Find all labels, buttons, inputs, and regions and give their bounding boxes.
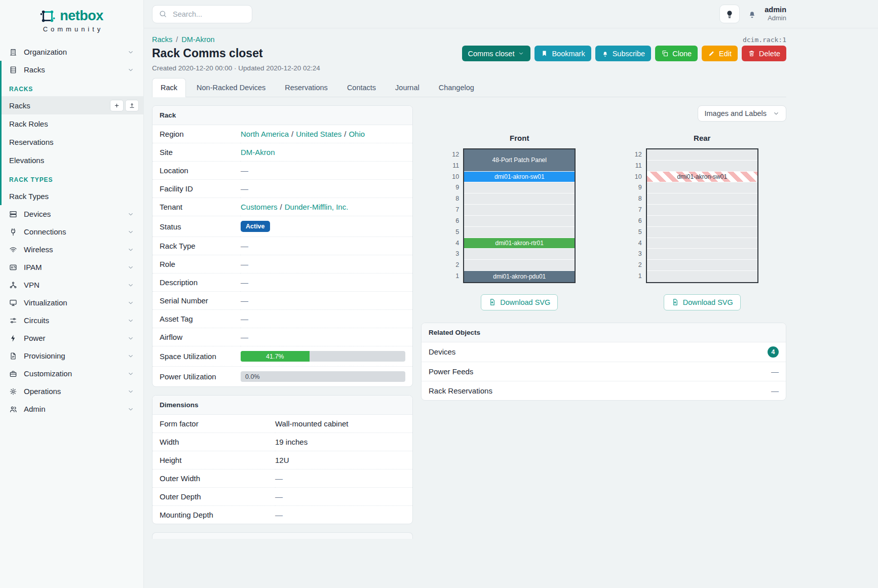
- theme-toggle-button[interactable]: [719, 5, 740, 23]
- unit-number: 10: [449, 172, 459, 183]
- search-input[interactable]: [172, 10, 246, 19]
- sliders-icon: [9, 317, 17, 325]
- table-row-asset-tag: Asset Tag—: [152, 310, 412, 328]
- rack-unit-empty[interactable]: [647, 193, 757, 205]
- empty-value: —: [771, 386, 779, 395]
- value-link-dm-akron[interactable]: DM-Akron: [241, 148, 275, 156]
- delete-button[interactable]: Delete: [742, 46, 786, 61]
- sidebar-item-organization[interactable]: Organization: [0, 43, 143, 61]
- sidebar-item-provisioning[interactable]: Provisioning: [0, 347, 143, 365]
- content: Racks / DM-Akron dcim.rack:1 Rack Comms …: [144, 28, 794, 539]
- rack-unit-empty[interactable]: [464, 205, 575, 216]
- rack-unit-empty[interactable]: [647, 182, 757, 193]
- row-label: Outer Width: [152, 469, 275, 488]
- rack-unit-empty[interactable]: [647, 249, 757, 260]
- sidebar-item-rack-types[interactable]: Rack Types: [2, 187, 143, 205]
- value-link-ohio[interactable]: Ohio: [349, 130, 365, 138]
- sidebar-item-reservations[interactable]: Reservations: [2, 133, 143, 151]
- value-link-united-states[interactable]: United States: [296, 130, 341, 138]
- sidebar-item-customization[interactable]: Customization: [0, 365, 143, 382]
- subscribe-button[interactable]: Subscribe: [595, 46, 651, 61]
- breadcrumb-site-link[interactable]: DM-Akron: [181, 35, 214, 44]
- rack-unit-empty[interactable]: [464, 182, 575, 193]
- download-icon: [488, 298, 496, 306]
- rack-unit-empty[interactable]: [647, 149, 757, 161]
- chevron-down-icon: [127, 370, 134, 377]
- row-label: Location: [152, 162, 241, 180]
- rack-unit-empty[interactable]: [464, 249, 575, 260]
- related-row-power-feeds[interactable]: Power Feeds—: [422, 362, 786, 381]
- bolt-icon: [9, 334, 17, 342]
- clone-button[interactable]: Clone: [655, 46, 698, 61]
- document-icon: [9, 352, 17, 360]
- sidebar-item-connections[interactable]: Connections: [0, 223, 143, 241]
- object-dropdown-button[interactable]: Comms closet: [462, 46, 531, 61]
- sidebar-item-rack-roles[interactable]: Rack Roles: [2, 114, 143, 133]
- rack-panel: Rack RegionNorth America/United States/O…: [152, 105, 413, 387]
- elevation-display-select[interactable]: Images and Labels: [698, 105, 786, 122]
- tab-journal[interactable]: Journal: [387, 78, 428, 97]
- sidebar-item-label: Wireless: [24, 245, 53, 254]
- user-role: Admin: [765, 14, 786, 22]
- tab-changelog[interactable]: Changelog: [430, 78, 483, 97]
- rack-unit-dmi01-akron-sw01[interactable]: dmi01-akron-sw01: [464, 172, 575, 183]
- sidebar-item-power[interactable]: Power: [0, 329, 143, 347]
- table-row-location: Location—: [152, 162, 412, 180]
- breadcrumb-racks-link[interactable]: Racks: [152, 35, 172, 44]
- rack-unit-empty[interactable]: [464, 216, 575, 227]
- edit-button[interactable]: Edit: [702, 46, 738, 61]
- object-id: dcim.rack:1: [743, 36, 786, 44]
- sidebar-item-racks[interactable]: Racks: [2, 96, 143, 114]
- sidebar-item-admin[interactable]: Admin: [0, 400, 143, 418]
- download-svg-button-rear[interactable]: Download SVG: [664, 294, 741, 310]
- row-label: Power Utilization: [152, 367, 241, 387]
- rack-unit-empty[interactable]: [647, 227, 757, 238]
- tab-reservations[interactable]: Reservations: [276, 78, 336, 97]
- download-svg-button-front[interactable]: Download SVG: [481, 294, 558, 310]
- row-value: —: [275, 488, 412, 506]
- rack-unit-empty[interactable]: [464, 227, 575, 238]
- rack-unit-empty[interactable]: [647, 216, 757, 227]
- rack-unit-dmi01-akron-pdu01[interactable]: dmi01-akron-pdu01: [464, 271, 575, 282]
- sidebar-item-vpn[interactable]: VPN: [0, 276, 143, 294]
- rack-unit-empty[interactable]: [647, 271, 757, 282]
- sidebar-item-ipam[interactable]: IPAM: [0, 258, 143, 276]
- rack-unit-48-port-patch-panel[interactable]: 48-Port Patch Panel: [464, 149, 575, 172]
- value-link-customers[interactable]: Customers: [241, 203, 278, 211]
- add-button[interactable]: [110, 100, 124, 111]
- tab-contacts[interactable]: Contacts: [338, 78, 385, 97]
- related-row-rack-reservations[interactable]: Rack Reservations—: [422, 381, 786, 400]
- rack-unit-empty[interactable]: [647, 260, 757, 271]
- rack-unit-empty[interactable]: [647, 161, 757, 172]
- sidebar-item-label: Operations: [24, 387, 61, 396]
- sidebar-item-wireless[interactable]: Wireless: [0, 241, 143, 258]
- sidebar-item-devices[interactable]: Devices: [0, 205, 143, 223]
- sidebar-item-racks[interactable]: Racks: [2, 61, 143, 79]
- unit-numbers: 121110987654321: [632, 148, 642, 283]
- brand-subtitle: Community: [0, 25, 143, 33]
- notifications-button[interactable]: [747, 9, 757, 19]
- user-menu[interactable]: admin Admin: [765, 6, 786, 22]
- tab-rack[interactable]: Rack: [152, 78, 186, 97]
- rack-unit-empty[interactable]: [464, 260, 575, 271]
- related-row-devices[interactable]: Devices4: [422, 342, 786, 362]
- gear-icon: [9, 387, 17, 396]
- value-link-north-america[interactable]: North America: [241, 130, 289, 138]
- bookmark-button[interactable]: Bookmark: [535, 46, 591, 61]
- sidebar-item-label: Power: [24, 334, 46, 342]
- sidebar-item-elevations[interactable]: Elevations: [2, 151, 143, 169]
- rack-unit-dmi01-akron-rtr01[interactable]: dmi01-akron-rtr01: [464, 238, 575, 249]
- search-box[interactable]: [152, 5, 252, 23]
- value-link-dunder-mifflin-inc[interactable]: Dunder-Mifflin, Inc.: [285, 203, 349, 211]
- tab-non-racked-devices[interactable]: Non-Racked Devices: [188, 78, 274, 97]
- rack-unit-empty[interactable]: [647, 205, 757, 216]
- chevron-down-icon: [773, 110, 780, 117]
- sidebar-item-operations[interactable]: Operations: [0, 382, 143, 400]
- sidebar-item-virtualization[interactable]: Virtualization: [0, 294, 143, 311]
- rack-unit-dmi01-akron-sw01[interactable]: dmi01-akron-sw01: [647, 172, 757, 183]
- chevron-down-icon: [518, 50, 524, 57]
- rack-unit-empty[interactable]: [464, 193, 575, 205]
- sidebar-item-circuits[interactable]: Circuits: [0, 311, 143, 329]
- import-button[interactable]: [125, 100, 139, 111]
- rack-unit-empty[interactable]: [647, 238, 757, 249]
